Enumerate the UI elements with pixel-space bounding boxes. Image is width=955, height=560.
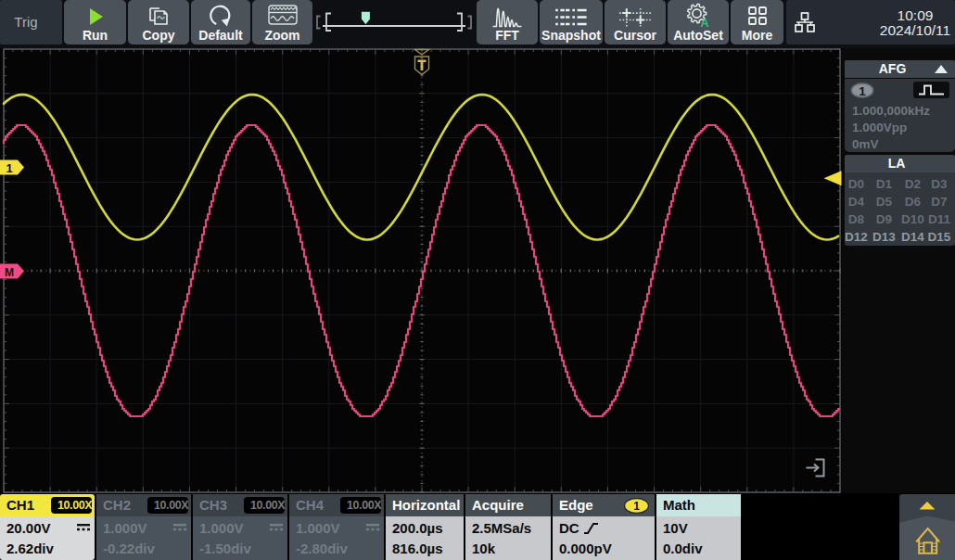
svg-text:1: 1: [859, 84, 866, 98]
svg-text:A: A: [701, 17, 709, 30]
svg-text:M: M: [5, 266, 14, 279]
svg-text:1: 1: [633, 500, 640, 513]
svg-text:1: 1: [6, 161, 12, 175]
